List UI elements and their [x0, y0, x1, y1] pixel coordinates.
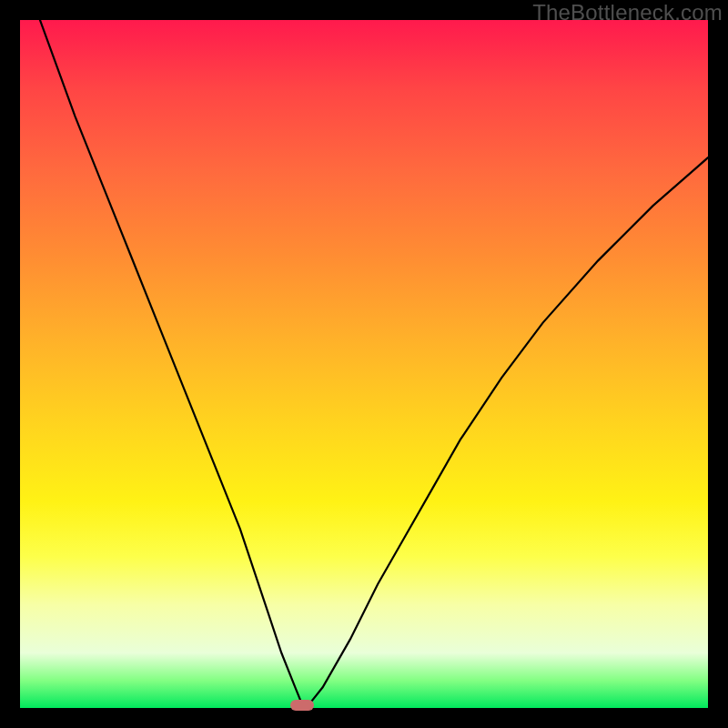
chart-plot-area [20, 20, 708, 708]
watermark-text: TheBottleneck.com [532, 0, 723, 25]
minimum-marker [290, 700, 314, 711]
bottleneck-curve [20, 20, 708, 708]
